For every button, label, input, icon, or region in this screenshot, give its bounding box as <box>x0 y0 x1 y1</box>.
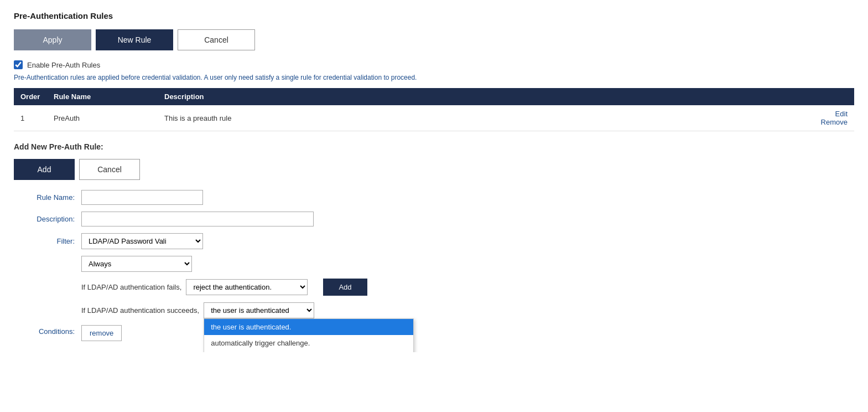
enable-label: Enable Pre-Auth Rules <box>27 61 100 69</box>
row-name: PreAuth <box>47 105 158 131</box>
table-header-row: Order Rule Name Description <box>14 88 854 105</box>
add-button[interactable]: Add <box>14 159 75 180</box>
rules-table: Order Rule Name Description 1 PreAuth Th… <box>14 88 854 131</box>
conditions-content: remove <box>81 325 122 341</box>
add-inline-button[interactable]: Add <box>323 279 367 296</box>
table-row: 1 PreAuth This is a preauth rule Edit Re… <box>14 105 854 131</box>
auth-succeed-dropdown-container: the user is authenticated the user is au… <box>204 302 314 318</box>
filter-label: Filter: <box>14 237 75 245</box>
edit-link[interactable]: Edit <box>835 110 848 118</box>
description-text: Pre-Authentication rules are applied bef… <box>14 74 854 81</box>
auth-succeed-row: If LDAP/AD authentication succeeds, the … <box>14 302 854 318</box>
col-header-actions <box>788 88 854 105</box>
enable-row: Enable Pre-Auth Rules <box>14 60 854 69</box>
col-header-order: Order <box>14 88 47 105</box>
rule-name-row: Rule Name: <box>14 190 854 205</box>
add-section-title: Add New Pre-Auth Rule: <box>14 142 854 151</box>
always-row: Always <box>14 256 854 272</box>
filter-row: Filter: LDAP/AD Password Vali <box>14 233 854 249</box>
add-section: Add New Pre-Auth Rule: Add Cancel Rule N… <box>14 142 854 341</box>
row-actions: Edit Remove <box>788 105 854 131</box>
toolbar: Apply New Rule Cancel <box>14 29 854 50</box>
auth-succeed-select[interactable]: the user is authenticated <box>204 302 314 318</box>
conditions-label: Conditions: <box>14 325 75 336</box>
description-row: Description: <box>14 212 854 226</box>
col-header-name: Rule Name <box>47 88 158 105</box>
new-rule-button[interactable]: New Rule <box>96 29 173 50</box>
auth-fail-text: If LDAP/AD authentication fails, <box>81 283 181 291</box>
dropdown-item-2[interactable]: enforce a challenge prompt for manual tr… <box>204 351 413 352</box>
conditions-remove-box: remove <box>81 325 122 341</box>
enable-checkbox[interactable] <box>14 60 23 69</box>
auth-succeed-dropdown-menu: the user is authenticated. automatically… <box>204 318 414 352</box>
description-input[interactable] <box>81 212 314 226</box>
remove-condition-link[interactable]: remove <box>90 329 113 337</box>
cancel-top-button[interactable]: Cancel <box>178 29 255 50</box>
page-title: Pre-Authentication Rules <box>14 11 854 20</box>
description-form-label: Description: <box>14 215 75 223</box>
row-order: 1 <box>14 105 47 131</box>
apply-button[interactable]: Apply <box>14 29 91 50</box>
remove-link[interactable]: Remove <box>821 118 848 126</box>
row-description: This is a preauth rule <box>158 105 788 131</box>
always-select[interactable]: Always <box>81 256 192 272</box>
add-toolbar: Add Cancel <box>14 159 854 180</box>
auth-fail-select[interactable]: reject the authentication. <box>186 279 308 295</box>
dropdown-item-1[interactable]: automatically trigger challenge. <box>204 335 413 351</box>
conditions-row: Conditions: remove <box>14 325 854 341</box>
filter-select[interactable]: LDAP/AD Password Vali <box>81 233 203 249</box>
rule-name-label: Rule Name: <box>14 193 75 202</box>
cancel-add-button[interactable]: Cancel <box>79 159 140 180</box>
rule-name-input[interactable] <box>81 190 203 205</box>
auth-succeed-text: If LDAP/AD authentication succeeds, <box>81 306 199 315</box>
col-header-desc: Description <box>158 88 788 105</box>
auth-fail-row: If LDAP/AD authentication fails, reject … <box>14 279 854 296</box>
dropdown-item-0[interactable]: the user is authenticated. <box>204 319 413 335</box>
